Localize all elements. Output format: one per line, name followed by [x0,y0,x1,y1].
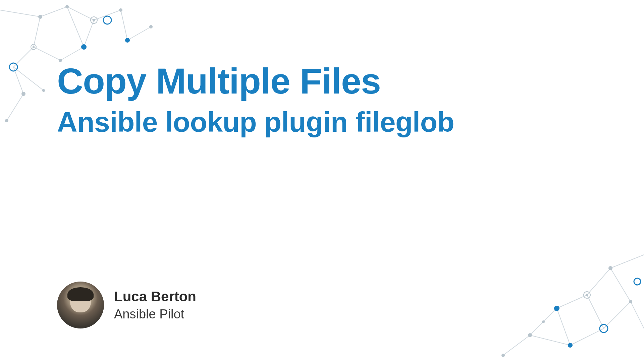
svg-line-33 [557,295,587,308]
svg-line-14 [127,27,151,40]
svg-line-34 [530,308,557,335]
svg-line-37 [604,302,631,328]
svg-point-43 [608,266,612,270]
svg-point-18 [93,19,95,21]
svg-line-2 [67,7,94,20]
svg-line-13 [67,7,84,47]
svg-point-47 [528,333,532,337]
svg-point-26 [5,119,8,122]
author-section: Luca Berton Ansible Pilot [57,282,196,328]
presentation-slide: Copy Multiple Files Ansible lookup plugi… [0,0,644,362]
svg-line-7 [13,67,23,94]
svg-point-29 [42,89,45,92]
svg-line-0 [0,10,40,17]
svg-point-48 [501,354,505,357]
svg-line-12 [13,67,44,90]
svg-line-9 [34,47,60,60]
author-role: Ansible Pilot [114,306,196,322]
svg-point-52 [634,278,641,285]
svg-point-25 [21,92,25,96]
svg-line-39 [530,335,570,345]
slide-subtitle: Ansible lookup plugin fileglob [57,105,610,139]
svg-point-20 [125,38,130,43]
svg-point-30 [103,16,111,24]
author-avatar [57,282,104,328]
svg-point-28 [81,44,87,50]
svg-line-41 [557,308,570,345]
svg-line-32 [587,268,610,295]
svg-line-6 [13,47,34,67]
svg-point-17 [91,17,97,23]
svg-point-16 [65,5,69,8]
svg-point-19 [119,8,122,12]
svg-line-40 [587,295,604,328]
svg-line-36 [610,268,631,302]
svg-point-49 [629,300,632,303]
svg-line-31 [610,255,644,268]
svg-point-45 [586,294,588,296]
svg-line-42 [631,302,644,328]
svg-line-5 [34,17,40,47]
svg-point-21 [149,25,153,28]
decorative-network-bottom-right [470,235,644,362]
author-name: Luca Berton [114,288,196,306]
svg-point-44 [584,292,590,298]
svg-point-15 [38,15,42,19]
svg-point-24 [9,63,17,71]
svg-line-4 [121,10,127,40]
svg-line-3 [94,10,121,20]
svg-line-35 [503,335,530,355]
svg-line-1 [40,7,67,17]
svg-point-22 [31,44,36,50]
svg-line-10 [60,47,84,60]
svg-point-50 [600,324,608,333]
svg-point-23 [33,46,35,48]
svg-point-53 [542,320,545,323]
svg-line-11 [84,20,94,47]
svg-line-38 [570,328,604,345]
svg-line-8 [7,94,23,121]
svg-point-46 [554,306,559,311]
author-text-block: Luca Berton Ansible Pilot [114,288,196,322]
slide-title: Copy Multiple Files [57,60,610,102]
svg-point-51 [568,343,573,348]
